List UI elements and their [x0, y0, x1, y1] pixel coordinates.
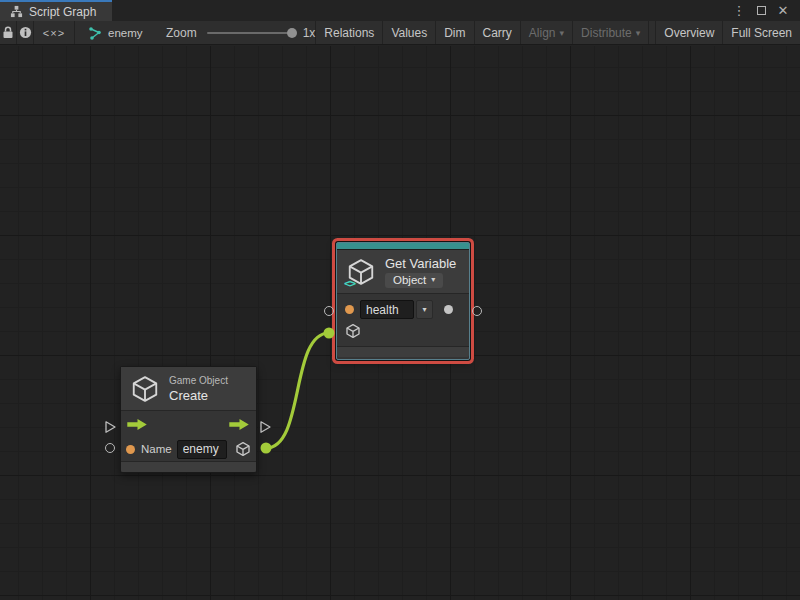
chevron-down-icon: ▾	[636, 28, 641, 38]
get-variable-header: <> Get Variable Object ▾	[337, 250, 469, 294]
get-variable-left-port[interactable]	[324, 306, 334, 316]
window-menu-icon[interactable]: ⋮	[730, 2, 748, 20]
breadcrumb-graph-name: enemy	[108, 27, 143, 39]
create-flow-out-port[interactable]	[258, 420, 272, 434]
node-accent-bar	[337, 243, 469, 250]
chevron-down-icon: ▾	[431, 275, 435, 284]
node-title: Get Variable	[385, 256, 456, 271]
game-object-port-icon[interactable]	[345, 323, 361, 339]
flow-input-port[interactable]	[127, 418, 148, 431]
chevron-down-icon: ▾	[560, 28, 565, 38]
connection-source-dot	[261, 443, 272, 454]
dim-button[interactable]: Dim	[436, 21, 474, 44]
get-variable-body: ▾	[337, 294, 469, 346]
zoom-value: 1x	[303, 26, 316, 40]
relations-button[interactable]: Relations	[316, 21, 383, 44]
code-preview-button[interactable]: <×>	[34, 21, 75, 44]
align-button[interactable]: Align ▾	[521, 21, 573, 44]
breadcrumb[interactable]: enemy	[75, 21, 144, 44]
info-button[interactable]	[17, 21, 34, 44]
code-brackets-icon: <>	[344, 277, 355, 290]
info-icon	[19, 26, 32, 39]
distribute-button[interactable]: Distribute ▾	[573, 21, 649, 44]
graph-toolbar: <×> enemy Zoom 1x Relations Values Dim C…	[0, 21, 800, 45]
game-object-icon	[130, 374, 160, 404]
titlebar: Script Graph ⋮ ✕	[0, 0, 800, 21]
full-screen-button[interactable]: Full Screen	[723, 21, 800, 44]
lock-button[interactable]	[0, 21, 17, 44]
window-controls: ⋮ ✕	[730, 0, 800, 21]
tab-title: Script Graph	[29, 5, 96, 19]
variable-name-field[interactable]	[360, 300, 414, 319]
node-footer	[121, 461, 256, 472]
get-variable-right-port[interactable]	[472, 306, 482, 316]
zoom-control: Zoom 1x	[144, 21, 316, 44]
values-button[interactable]: Values	[383, 21, 436, 44]
create-body: Name	[121, 411, 256, 461]
lock-icon	[2, 26, 14, 39]
name-input-port[interactable]	[126, 445, 135, 454]
connection-target-dot	[324, 328, 335, 339]
create-flow-in-port[interactable]	[103, 420, 117, 434]
node-get-variable[interactable]: <> Get Variable Object ▾ ▾	[336, 242, 470, 360]
zoom-slider-handle[interactable]	[287, 28, 297, 38]
variable-picker-dropdown[interactable]: ▾	[416, 300, 433, 319]
close-icon[interactable]: ✕	[774, 2, 792, 20]
overview-button[interactable]: Overview	[655, 21, 723, 44]
maximize-icon[interactable]	[752, 2, 770, 20]
create-header: Game Object Create	[121, 367, 256, 411]
zoom-label: Zoom	[166, 26, 197, 40]
param-label: Name	[141, 443, 172, 455]
create-name-port[interactable]	[105, 443, 115, 453]
value-output-port[interactable]	[444, 305, 453, 314]
graph-canvas[interactable]: <> Get Variable Object ▾ ▾	[0, 46, 800, 600]
graph-icon	[88, 26, 102, 40]
game-object-output-port-icon[interactable]	[235, 441, 251, 457]
carry-button[interactable]: Carry	[475, 21, 521, 44]
get-variable-icon: <>	[346, 257, 376, 287]
tab-script-graph[interactable]: Script Graph	[0, 0, 112, 21]
node-title: Create	[169, 388, 228, 403]
variable-scope-dropdown[interactable]: Object ▾	[385, 273, 443, 288]
node-category: Game Object	[169, 375, 228, 386]
script-graph-icon	[10, 5, 23, 18]
variable-name-input-port[interactable]	[345, 305, 354, 314]
script-graph-window: Script Graph ⋮ ✕ <×>	[0, 0, 800, 600]
node-footer	[337, 346, 469, 357]
zoom-slider[interactable]	[207, 32, 295, 34]
node-game-object-create[interactable]: Game Object Create Name	[120, 366, 257, 473]
flow-output-port[interactable]	[229, 418, 250, 431]
name-field[interactable]	[177, 440, 227, 459]
